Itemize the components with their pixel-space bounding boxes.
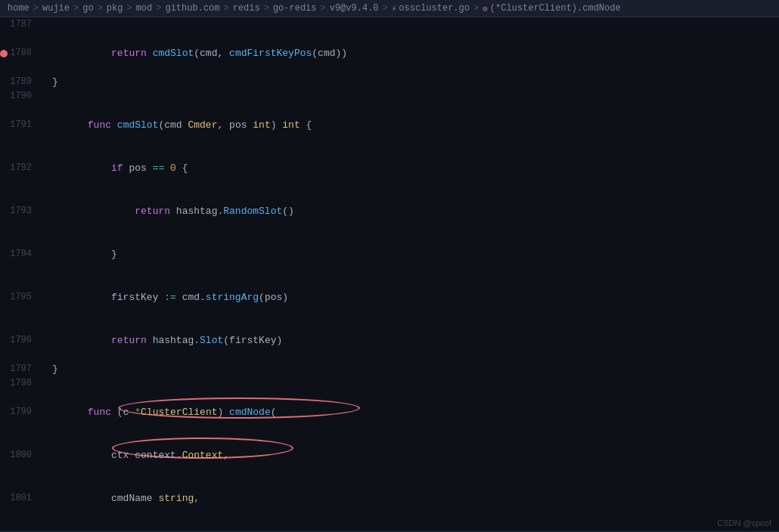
gutter-1789: 1789 (0, 75, 49, 89)
code-area: 1787 1788 return cmdSlot(cmd, cmdFirstKe… (0, 17, 779, 530)
breadcrumb-redis[interactable]: redis (233, 3, 260, 14)
gutter-1798: 1798 (0, 376, 49, 391)
gutter-1794: 1794 (0, 233, 49, 276)
gutter-1802: 1802 (0, 520, 49, 530)
content-1795: firstKey := cmd.stringArg(pos) (49, 276, 779, 319)
gutter-1788: 1788 (0, 32, 49, 75)
content-1798 (49, 376, 779, 391)
sep7: > (264, 3, 269, 14)
code-line-1801: 1801 cmdName string, (0, 477, 779, 520)
content-1802: slot int, (49, 520, 779, 530)
code-line-1793: 1793 return hashtag.RandomSlot() (0, 190, 779, 233)
gutter-1795: 1795 (0, 276, 49, 319)
linenum-1798: 1798 (9, 376, 39, 391)
content-1787 (49, 17, 779, 32)
sep10: > (473, 3, 479, 14)
content-1800: ctx context.Context, (49, 434, 779, 477)
code-line-1802: 1802 slot int, (0, 520, 779, 530)
sep5: > (156, 3, 161, 14)
gutter-1800: 1800 (0, 434, 49, 477)
linenum-1795: 1795 (9, 290, 39, 305)
linenum-1797: 1797 (9, 362, 39, 376)
gutter-1790: 1790 (0, 89, 49, 104)
content-1794: } (49, 233, 779, 276)
linenum-1791: 1791 (9, 118, 39, 132)
breadcrumb-pkg[interactable]: pkg (107, 3, 123, 14)
content-1801: cmdName string, (49, 477, 779, 520)
sep6: > (223, 3, 228, 14)
code-line-1788: 1788 return cmdSlot(cmd, cmdFirstKeyPos(… (0, 32, 779, 75)
breadcrumb-goredis[interactable]: go-redis (273, 3, 317, 14)
content-1789: } (49, 75, 779, 89)
breadcrumb-wujie[interactable]: wujie (42, 3, 70, 14)
func-icon: ⊙ (483, 4, 488, 14)
gutter-1799: 1799 (0, 391, 49, 434)
file-icon: ⚡ (392, 4, 397, 14)
breadcrumb-func[interactable]: (*ClusterClient).cmdNode (490, 3, 621, 14)
breadcrumb-go[interactable]: go (82, 3, 93, 14)
linenum-1789: 1789 (9, 75, 39, 89)
gutter-1792: 1792 (0, 147, 49, 190)
breadcrumb: home > wujie > go > pkg > mod > github.c… (0, 0, 779, 17)
breadcrumb-file[interactable]: osscluster.go (399, 3, 470, 14)
code-line-1799: 1799 func (c *ClusterClient) cmdNode( (0, 391, 779, 434)
code-line-1797: 1797 } (0, 362, 779, 376)
watermark: CSDN @spcof (717, 518, 771, 527)
linenum-1793: 1793 (9, 204, 39, 218)
code-line-1795: 1795 firstKey := cmd.stringArg(pos) (0, 276, 779, 319)
sep1: > (33, 3, 39, 14)
linenum-1787: 1787 (9, 17, 39, 32)
gutter-1801: 1801 (0, 477, 49, 520)
linenum-1790: 1790 (9, 89, 39, 104)
content-1796: return hashtag.Slot(firstKey) (49, 319, 779, 362)
linenum-1794: 1794 (9, 247, 39, 261)
sep9: > (383, 3, 388, 14)
code-line-1787: 1787 (0, 17, 779, 32)
content-1790 (49, 89, 779, 104)
linenum-1792: 1792 (9, 161, 39, 175)
breadcrumb-mod[interactable]: mod (136, 3, 153, 14)
code-line-1794: 1794 } (0, 233, 779, 276)
gutter-1793: 1793 (0, 190, 49, 233)
linenum-1796: 1796 (9, 333, 39, 348)
sep3: > (98, 3, 103, 14)
sep8: > (321, 3, 326, 14)
linenum-1799: 1799 (9, 405, 39, 419)
debug-breakpoint (0, 50, 8, 57)
gutter-1796: 1796 (0, 319, 49, 362)
sep2: > (73, 3, 79, 14)
content-1797: } (49, 362, 779, 376)
code-line-1800: 1800 ctx context.Context, (0, 434, 779, 477)
breadcrumb-version[interactable]: v9@v9.4.0 (330, 3, 379, 14)
breadcrumb-home[interactable]: home (8, 3, 29, 14)
gutter-1791: 1791 (0, 104, 49, 147)
content-1793: return hashtag.RandomSlot() (49, 190, 779, 233)
content-1788: return cmdSlot(cmd, cmdFirstKeyPos(cmd)) (49, 32, 779, 75)
linenum-1800: 1800 (9, 448, 39, 462)
code-line-1791: 1791 func cmdSlot(cmd Cmder, pos int) in… (0, 104, 779, 147)
linenum-1788: 1788 (9, 46, 39, 60)
code-line-1796: 1796 return hashtag.Slot(firstKey) (0, 319, 779, 362)
gutter-1787: 1787 (0, 17, 49, 32)
code-line-1798: 1798 (0, 376, 779, 391)
linenum-1801: 1801 (9, 491, 39, 506)
content-1791: func cmdSlot(cmd Cmder, pos int) int { (49, 104, 779, 147)
gutter-1797: 1797 (0, 362, 49, 376)
code-line-1792: 1792 if pos == 0 { (0, 147, 779, 190)
breadcrumb-githubcom[interactable]: github.com (165, 3, 219, 14)
code-line-1790: 1790 (0, 89, 779, 104)
indicator-1788 (0, 50, 9, 57)
content-1799: func (c *ClusterClient) cmdNode( (49, 391, 779, 434)
sep4: > (126, 3, 132, 14)
content-1792: if pos == 0 { (49, 147, 779, 190)
code-line-1789: 1789 } (0, 75, 779, 89)
